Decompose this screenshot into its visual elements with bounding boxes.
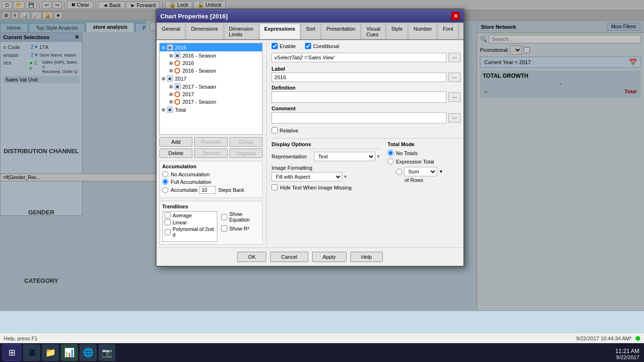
tab-style[interactable]: Style <box>386 24 408 39</box>
expr-expand-2017ses: ⊞ <box>169 84 173 89</box>
taskbar-icon-explorer[interactable]: 🖥 <box>23 344 40 361</box>
full-accumulation-label: Full Accumulation <box>171 179 211 185</box>
modal-title: Chart Properties [2016] <box>160 13 228 20</box>
comment-input[interactable] <box>272 112 446 123</box>
show-equation-label: Show Equation <box>229 211 260 222</box>
hide-text-checkbox[interactable] <box>272 184 278 190</box>
group-button[interactable]: Group <box>230 137 263 147</box>
expr-item-2016-season2[interactable]: ⊞ 2016 - Season <box>160 67 262 74</box>
start-button[interactable]: ⊞ <box>2 344 21 361</box>
relative-label: Relative <box>280 128 298 133</box>
full-accumulation-radio[interactable] <box>162 179 168 185</box>
tab-expressions[interactable]: Expressions <box>259 24 300 40</box>
relative-checkbox[interactable] <box>272 127 278 133</box>
expression-total-radio[interactable] <box>388 158 394 165</box>
no-accumulation-radio[interactable] <box>162 171 168 177</box>
tab-number[interactable]: Number <box>408 24 437 39</box>
comment-field-group: Comment ··· <box>272 106 461 123</box>
label-input[interactable] <box>272 73 446 82</box>
enable-checkbox[interactable] <box>272 43 278 49</box>
trendline-options: Show Equation Show R² <box>221 211 260 242</box>
expr-item-total[interactable]: ⊞ ▦ Total <box>160 106 262 114</box>
expr-expand-2017b: ⊞ <box>169 92 173 97</box>
conditional-expr-dots-button[interactable]: ··· <box>448 53 461 62</box>
sum-select[interactable]: Sum Average Min Max <box>404 167 437 176</box>
steps-input[interactable] <box>199 186 216 194</box>
accumulate-radio[interactable] <box>162 187 168 193</box>
comment-field-title: Comment <box>272 106 461 111</box>
expression-list: ⊞ ▦ 2016 ⊞ ▦ 2016 - Season ⊞ 2016 ⊞ <box>159 43 263 135</box>
of-rows-row: of Rows <box>405 177 461 183</box>
trendline-average[interactable]: Average <box>163 212 217 219</box>
expr-table-icon-2017: ▦ <box>167 75 173 82</box>
definition-dots-button[interactable]: ··· <box>448 92 461 102</box>
apply-button[interactable]: Apply <box>312 252 347 262</box>
definition-input[interactable] <box>272 91 446 103</box>
conditional-expression-input[interactable] <box>272 53 446 62</box>
no-accumulation-label: No Accumulation <box>171 172 210 177</box>
status-bar-right: 9/22/2017 10:44:34 AM* <box>576 336 640 341</box>
show-equation-checkbox[interactable] <box>221 214 227 220</box>
display-options-column: Display Options Representation Text Bar … <box>272 141 380 190</box>
expr-item-2017[interactable]: ⊞ ▦ 2017 <box>160 74 262 82</box>
label-field-group: Label ··· <box>272 66 461 82</box>
tab-visual-cues[interactable]: Visual Cues <box>361 24 386 39</box>
chart-properties-modal: Chart Properties [2016] ✕ General Dimens… <box>156 8 464 267</box>
promote-button[interactable]: Promote <box>194 137 227 147</box>
expr-circle-icon-2017sea <box>174 99 180 105</box>
tab-sort[interactable]: Sort <box>301 24 321 39</box>
tab-presentation[interactable]: Presentation <box>321 24 361 39</box>
expr-label-2017ses: 2017 - Sesaan <box>182 84 216 90</box>
comment-dots-button[interactable]: ··· <box>448 113 461 123</box>
expr-item-2016-season1[interactable]: ⊞ ▦ 2016 - Season <box>160 51 262 59</box>
expr-item-2017-sesaan[interactable]: ⊞ ▦ 2017 - Sesaan <box>160 82 262 90</box>
image-formatting-group: Image Formatting Fill with Aspect Fill w… <box>272 165 380 181</box>
cancel-button[interactable]: Cancel <box>270 252 308 262</box>
taskbar-icon-chrome[interactable]: 🌐 <box>80 344 97 361</box>
demote-button[interactable]: Demote <box>194 148 227 158</box>
definition-field-group: Definition ··· <box>272 85 461 103</box>
expr-buttons-row1: Add Promote Group <box>159 137 263 147</box>
expr-item-2017b[interactable]: ⊞ 2017 <box>160 90 262 98</box>
label-dots-button[interactable]: ··· <box>448 73 461 82</box>
representation-select[interactable]: Text Bar Image <box>314 152 375 161</box>
expr-item-2017-season[interactable]: ⊞ 2017 - Season <box>160 98 262 106</box>
expr-buttons-row2: Delete Demote Ungroup <box>159 148 263 158</box>
clock-time: 11:21 AM <box>615 348 639 354</box>
tab-dimension-limits[interactable]: Dimension Limits <box>224 24 259 39</box>
expression-left-panel: ⊞ ▦ 2016 ⊞ ▦ 2016 - Season ⊞ 2016 ⊞ <box>159 43 267 245</box>
modal-close-button[interactable]: ✕ <box>451 12 460 20</box>
hide-text-label: Hide Text When Image Missing <box>280 185 351 190</box>
img-format-chevron-icon: ▼ <box>343 174 347 179</box>
show-r2-checkbox[interactable] <box>221 225 227 231</box>
expr-label-2016s1: 2016 - Season <box>182 53 216 58</box>
tab-dimensions[interactable]: Dimensions <box>186 24 223 39</box>
expr-table-icon-2016s1: ▦ <box>174 52 181 58</box>
conditional-checkbox[interactable] <box>305 43 311 49</box>
taskbar-icon-excel[interactable]: 📊 <box>61 344 78 361</box>
no-accumulation-row: No Accumulation <box>162 171 260 177</box>
tab-font[interactable]: Font <box>438 24 458 39</box>
sum-radio[interactable] <box>396 169 402 175</box>
expr-expand-2016: ⊞ <box>162 45 165 50</box>
trendline-polynomial[interactable]: Polynomial of 2nd d <box>163 226 217 238</box>
tab-la[interactable]: La <box>459 24 463 39</box>
taskbar-icon-camera[interactable]: 📷 <box>99 344 116 361</box>
help-button[interactable]: Help <box>350 252 383 262</box>
trendline-linear[interactable]: Linear <box>163 219 217 226</box>
status-bar-text: Help, press F1 <box>4 336 38 341</box>
image-formatting-select[interactable]: Fill with Aspect Fill without Aspect Alw… <box>272 172 342 181</box>
expr-item-2016[interactable]: ⊞ ▦ 2016 <box>160 43 262 51</box>
delete-expression-button[interactable]: Delete <box>159 148 192 158</box>
ungroup-button[interactable]: Ungroup <box>230 148 263 158</box>
no-totals-label: No Totals <box>396 150 418 156</box>
no-totals-radio[interactable] <box>388 150 394 156</box>
modal-footer: OK Cancel Apply Help <box>157 247 463 266</box>
taskbar-icon-folder[interactable]: 📁 <box>42 344 59 361</box>
add-expression-button[interactable]: Add <box>159 137 192 147</box>
tab-general[interactable]: General <box>157 24 185 39</box>
properties-panel: Enable Conditional ··· Label ··· <box>267 43 461 245</box>
expr-item-2016b[interactable]: ⊞ 2016 <box>160 59 262 67</box>
expr-label-2017sea: 2017 - Season <box>182 99 216 105</box>
ok-button[interactable]: OK <box>237 252 266 262</box>
